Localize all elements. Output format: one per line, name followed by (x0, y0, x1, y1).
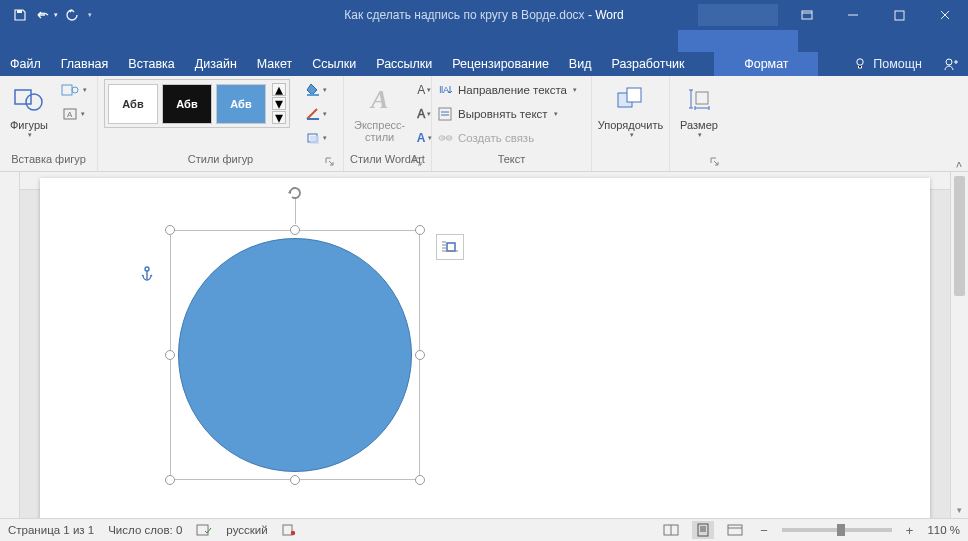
svg-rect-16 (310, 136, 319, 144)
draw-textbox-button[interactable]: A▾ (56, 103, 92, 125)
scroll-thumb[interactable] (954, 176, 965, 296)
style-preview-white[interactable]: Абв (108, 84, 158, 124)
quick-styles-label: Экспресс- стили (354, 119, 405, 143)
maximize-button[interactable] (876, 0, 922, 30)
group-arrange: Упорядочить ▾ (592, 76, 670, 171)
spellcheck-button[interactable] (196, 523, 212, 537)
vertical-scrollbar[interactable]: ▴ ▾ (950, 172, 968, 518)
group-label-wordart: Стили WordArt (350, 153, 425, 170)
group-wordart-styles: A Экспресс- стили A▾ A▾ A▾ Стили WordArt (344, 76, 432, 171)
svg-point-26 (145, 267, 149, 271)
shape-effects-button[interactable]: ▾ (298, 127, 334, 149)
arrange-label: Упорядочить (598, 119, 663, 131)
tell-me-search[interactable]: Помощн (841, 52, 934, 76)
tab-file[interactable]: Файл (0, 52, 51, 76)
resize-handle-nw[interactable] (165, 225, 175, 235)
group-label-insert-shapes: Вставка фигур (6, 153, 91, 170)
size-icon (685, 81, 713, 119)
macro-record-button[interactable] (282, 523, 296, 537)
size-label: Размер (680, 119, 718, 131)
group-text: ⅡA Направление текста▾ Выровнять текст▾ … (432, 76, 592, 171)
resize-handle-ne[interactable] (415, 225, 425, 235)
tab-review[interactable]: Рецензирование (442, 52, 559, 76)
ribbon-display-options[interactable] (784, 0, 830, 30)
resize-handle-e[interactable] (415, 350, 425, 360)
arrange-button[interactable]: Упорядочить ▾ (594, 79, 667, 141)
tab-format[interactable]: Формат (714, 52, 818, 76)
web-layout-button[interactable] (724, 521, 746, 539)
document-area[interactable] (20, 172, 950, 518)
rotation-handle[interactable] (286, 184, 304, 202)
undo-button[interactable]: ▾ (34, 3, 58, 27)
collapse-ribbon-button[interactable]: ʌ (956, 158, 962, 169)
shape-style-gallery[interactable]: Абв Абв Абв ▴ ▾ ▾ (104, 79, 290, 128)
vertical-ruler[interactable] (0, 172, 20, 518)
svg-rect-24 (627, 88, 641, 102)
page-indicator[interactable]: Страница 1 из 1 (8, 524, 94, 536)
text-direction-button[interactable]: ⅡA Направление текста▾ (438, 79, 577, 101)
scroll-down-icon[interactable]: ▾ (951, 502, 968, 518)
lightbulb-icon (853, 57, 867, 71)
zoom-level[interactable]: 110 % (927, 524, 960, 536)
style-preview-blue[interactable]: Абв (216, 84, 266, 124)
tab-references[interactable]: Ссылки (302, 52, 366, 76)
svg-rect-9 (62, 85, 72, 95)
style-preview-black[interactable]: Абв (162, 84, 212, 124)
align-text-icon (438, 107, 454, 121)
shape-fill-button[interactable]: ▾ (298, 79, 334, 101)
anchor-icon[interactable] (140, 266, 154, 282)
zoom-in-button[interactable]: + (902, 523, 918, 538)
svg-rect-18 (439, 108, 451, 120)
text-direction-icon: ⅡA (438, 83, 454, 97)
close-button[interactable] (922, 0, 968, 30)
gallery-scroll[interactable]: ▴ ▾ ▾ (272, 83, 286, 124)
print-layout-button[interactable] (692, 521, 714, 539)
resize-handle-sw[interactable] (165, 475, 175, 485)
edit-shape-button[interactable]: ▾ (56, 79, 92, 101)
selected-shape[interactable] (170, 230, 420, 480)
layout-options-button[interactable] (436, 234, 464, 260)
arrange-icon (615, 81, 647, 119)
create-link-button: Создать связь (438, 127, 534, 149)
language-button[interactable]: русский (226, 524, 267, 536)
save-button[interactable] (8, 3, 32, 27)
svg-point-6 (946, 59, 952, 65)
share-button[interactable] (934, 52, 968, 76)
word-count[interactable]: Число слов: 0 (108, 524, 182, 536)
dialog-launcher-icon[interactable] (325, 157, 337, 169)
zoom-slider-thumb[interactable] (837, 524, 845, 536)
ribbon: Фигуры ▾ ▾ A▾ Вставка фигур Абв Абв Абв … (0, 76, 968, 172)
tab-home[interactable]: Главная (51, 52, 119, 76)
tab-layout[interactable]: Макет (247, 52, 302, 76)
circle-shape[interactable] (178, 238, 412, 472)
resize-handle-s[interactable] (290, 475, 300, 485)
dialog-launcher-icon[interactable] (413, 157, 425, 169)
tab-design[interactable]: Дизайн (185, 52, 247, 76)
page[interactable] (40, 178, 930, 518)
zoom-out-button[interactable]: − (756, 523, 772, 538)
tab-view[interactable]: Вид (559, 52, 602, 76)
resize-handle-n[interactable] (290, 225, 300, 235)
account-badge[interactable] (698, 4, 778, 26)
shapes-button[interactable]: Фигуры ▾ (6, 79, 52, 141)
redo-button[interactable] (60, 3, 84, 27)
shapes-icon (12, 81, 46, 119)
shape-outline-button[interactable]: ▾ (298, 103, 334, 125)
tab-mailings[interactable]: Рассылки (366, 52, 442, 76)
zoom-slider[interactable] (782, 528, 892, 532)
resize-handle-w[interactable] (165, 350, 175, 360)
read-mode-button[interactable] (660, 521, 682, 539)
svg-rect-37 (698, 524, 708, 536)
tell-me-label: Помощн (873, 57, 922, 71)
dialog-launcher-icon[interactable] (710, 157, 722, 169)
align-text-button[interactable]: Выровнять текст▾ (438, 103, 558, 125)
svg-rect-33 (283, 525, 292, 535)
size-button[interactable]: Размер ▾ (676, 79, 722, 141)
resize-handle-se[interactable] (415, 475, 425, 485)
minimize-button[interactable] (830, 0, 876, 30)
tab-developer[interactable]: Разработчик (601, 52, 694, 76)
tab-insert[interactable]: Вставка (118, 52, 184, 76)
gallery-more-icon[interactable]: ▾ (272, 111, 286, 124)
svg-rect-32 (197, 525, 208, 535)
group-shape-styles: Абв Абв Абв ▴ ▾ ▾ ▾ ▾ ▾ Стили фигур (98, 76, 344, 171)
